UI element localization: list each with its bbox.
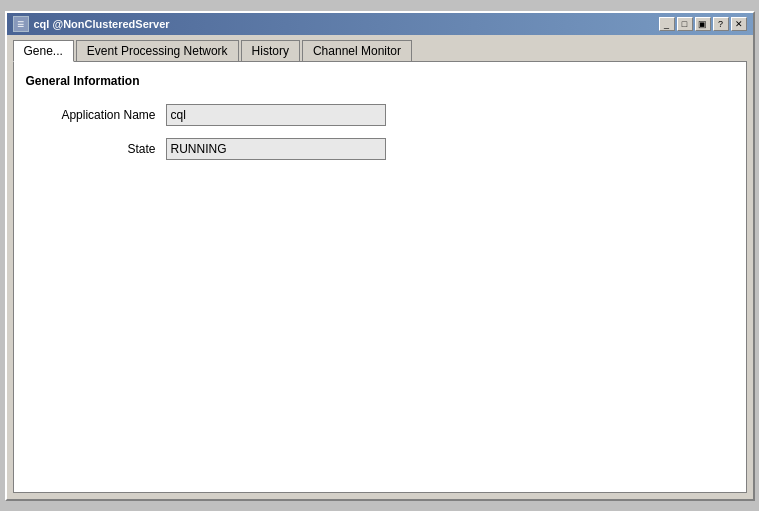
tab-channel-monitor[interactable]: Channel Monitor: [302, 40, 412, 62]
title-bar-left: ≡ cql @NonClusteredServer: [13, 16, 170, 32]
help-button[interactable]: ?: [713, 17, 729, 31]
window-title: cql @NonClusteredServer: [34, 18, 170, 30]
state-row: State: [46, 138, 734, 160]
content-area: General Information Application Name Sta…: [13, 61, 747, 493]
application-name-input[interactable]: [166, 104, 386, 126]
main-window: ≡ cql @NonClusteredServer _ □ ▣ ? ✕ Gene…: [5, 11, 755, 501]
state-input[interactable]: [166, 138, 386, 160]
state-label: State: [46, 142, 166, 156]
tab-general[interactable]: Gene...: [13, 40, 74, 62]
restore-button[interactable]: □: [677, 17, 693, 31]
section-title: General Information: [26, 74, 734, 88]
application-name-row: Application Name: [46, 104, 734, 126]
close-button[interactable]: ✕: [731, 17, 747, 31]
window-icon: ≡: [13, 16, 29, 32]
form-area: Application Name State: [26, 104, 734, 160]
application-name-label: Application Name: [46, 108, 166, 122]
tab-bar: Gene... Event Processing Network History…: [7, 35, 753, 61]
minimize-button[interactable]: _: [659, 17, 675, 31]
tab-event-processing-network[interactable]: Event Processing Network: [76, 40, 239, 62]
maximize-button[interactable]: ▣: [695, 17, 711, 31]
title-bar: ≡ cql @NonClusteredServer _ □ ▣ ? ✕: [7, 13, 753, 35]
title-buttons: _ □ ▣ ? ✕: [659, 17, 747, 31]
tab-history[interactable]: History: [241, 40, 300, 62]
